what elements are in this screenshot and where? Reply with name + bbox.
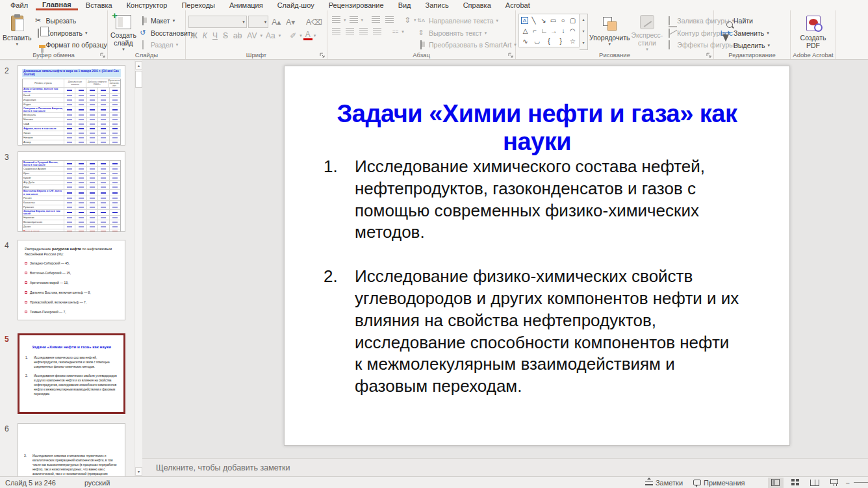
slideshow-view-button[interactable] xyxy=(826,478,842,488)
increase-indent-button[interactable] xyxy=(383,16,396,25)
paste-button[interactable]: Вставить ▾ xyxy=(3,12,32,50)
numbered-item: 2. Исследование физико-химических свойст… xyxy=(25,374,118,396)
font-dialog-launcher[interactable] xyxy=(319,52,326,58)
tab-home[interactable]: Главная xyxy=(36,0,78,10)
comments-toggle-button[interactable]: Примечания xyxy=(690,478,748,487)
font-name-combo[interactable]: ▾ xyxy=(188,16,247,28)
text-highlight-button[interactable]: ✐ xyxy=(288,31,298,40)
clear-formatting-button[interactable]: А⌫ xyxy=(304,18,324,27)
shape-right-arrow-icon[interactable]: → xyxy=(550,27,558,34)
scroll-down-button[interactable]: ▾ xyxy=(135,467,142,476)
tab-transitions[interactable]: Переходы xyxy=(175,1,222,10)
copy-button[interactable]: Копировать ▾ xyxy=(33,28,107,38)
underline-button[interactable]: Ч xyxy=(211,31,220,40)
shape-freeform-icon[interactable]: ∿ xyxy=(521,38,530,45)
shape-line-icon[interactable]: ╲ xyxy=(530,17,538,24)
slide-body-list[interactable]: 1. Исследование химического состава нефт… xyxy=(324,156,739,420)
paragraph-dialog-launcher[interactable] xyxy=(507,52,514,58)
line-spacing-button[interactable]: ⇕ xyxy=(402,16,413,25)
numbering-button[interactable] xyxy=(348,16,360,25)
thumbnail-slide-5-selected[interactable]: 5 Задачи «Химии нефти и газа» как науки … xyxy=(18,333,125,414)
font-size-combo[interactable]: ▾ xyxy=(248,16,268,28)
clipboard-dialog-launcher[interactable] xyxy=(99,52,106,58)
justify-button[interactable] xyxy=(371,27,383,36)
bold-button[interactable]: Ж xyxy=(188,31,199,40)
thumbnail-slide-6[interactable]: 6 3. Исследование химизма и механизма те… xyxy=(18,423,125,476)
notes-placeholder[interactable]: Щелкните, чтобы добавить заметки xyxy=(156,463,290,472)
align-left-button[interactable] xyxy=(330,27,342,36)
slide-canvas[interactable]: Задачи «Химии нефти и газа» как науки 1.… xyxy=(284,66,790,446)
scrollbar-thumb[interactable] xyxy=(135,71,142,88)
shape-star-icon[interactable]: ☆ xyxy=(568,38,577,45)
slide-title[interactable]: Задачи «Химии нефти и газа» как науки xyxy=(304,100,770,156)
shrink-font-button[interactable]: А▾ xyxy=(284,18,297,27)
tab-acrobat[interactable]: Acrobat xyxy=(499,1,537,10)
slide-sorter-view-button[interactable] xyxy=(787,478,803,488)
shape-elbow-connector2-icon[interactable]: ∟ xyxy=(540,27,548,34)
shape-left-brace-icon[interactable]: { xyxy=(545,38,554,45)
find-button[interactable]: Найти xyxy=(721,16,787,26)
align-right-button[interactable] xyxy=(357,27,370,36)
notes-toggle-button[interactable]: Заметки xyxy=(642,478,686,487)
character-spacing-button[interactable]: AV xyxy=(245,31,259,40)
align-center-button[interactable] xyxy=(344,27,356,36)
language-indicator[interactable]: русский xyxy=(84,479,110,487)
tab-file[interactable]: Файл xyxy=(4,1,34,10)
row-label: Абу-Даби xyxy=(23,181,64,184)
tab-review[interactable]: Рецензирование xyxy=(322,1,390,10)
tab-design[interactable]: Конструктор xyxy=(120,1,174,10)
arrange-button[interactable]: Упорядочить ▾ xyxy=(589,12,630,50)
convert-smartart-button[interactable]: Преобразовать в SmartArt ▾ xyxy=(416,40,517,50)
thumbnail-slide-2[interactable]: 2 Доказанные запасы нефти в мире на 1 ян… xyxy=(18,65,125,146)
shape-right-brace-icon[interactable]: } xyxy=(557,38,565,45)
shape-oval-icon[interactable]: ○ xyxy=(559,17,567,24)
tab-slideshow[interactable]: Слайд-шоу xyxy=(271,1,321,10)
zoom-out-button[interactable]: − xyxy=(846,479,850,487)
align-text-button[interactable]: ⇕ Выровнять текст ▾ xyxy=(416,28,517,38)
notes-pane[interactable]: Щелкните, чтобы добавить заметки xyxy=(142,458,868,476)
strikethrough-button[interactable]: S xyxy=(221,31,230,40)
tab-animations[interactable]: Анимация xyxy=(223,1,270,10)
tab-insert[interactable]: Вставка xyxy=(79,1,119,10)
drawing-dialog-launcher[interactable] xyxy=(706,52,712,58)
text-direction-button[interactable]: ⇅А Направление текста ▾ xyxy=(416,16,517,26)
shape-triangle-icon[interactable]: △ xyxy=(521,27,530,34)
create-pdf-button[interactable]: Создать PDF xyxy=(795,12,832,50)
change-case-button[interactable]: Aa xyxy=(264,31,277,40)
normal-view-button[interactable] xyxy=(768,478,784,488)
thumbnail-scrollbar[interactable]: ▴ ▾ xyxy=(134,60,142,476)
shapes-more-button[interactable]: ▾ xyxy=(580,38,587,49)
bullets-button[interactable] xyxy=(330,16,342,25)
decrease-indent-button[interactable] xyxy=(370,16,382,25)
shape-elbow-connector-icon[interactable]: ⌐ xyxy=(531,27,539,34)
columns-button[interactable]: ≡≡ xyxy=(390,29,400,35)
grow-font-button[interactable]: А▴ xyxy=(270,18,283,27)
italic-button[interactable]: К xyxy=(201,31,209,40)
thumbnail-slide-3[interactable]: 3 Ближний и Средний Восток, всего в том … xyxy=(18,151,125,232)
tab-view[interactable]: Вид xyxy=(392,1,418,10)
font-color-button[interactable]: А xyxy=(303,31,313,40)
shape-arrow-icon[interactable]: ↘ xyxy=(539,17,548,24)
new-slide-button[interactable]: Создать слайд ▾ xyxy=(110,12,136,50)
scissors-icon: ✂ xyxy=(33,16,44,25)
tab-record[interactable]: Запись xyxy=(419,1,455,10)
shape-rectangle-icon[interactable]: ▭ xyxy=(549,17,557,24)
cut-button[interactable]: ✂ Вырезать xyxy=(33,16,107,26)
format-painter-button[interactable]: Формат по образцу xyxy=(33,40,107,50)
select-button[interactable]: Выделить ▾ xyxy=(721,40,787,51)
thumbnail-slide-4[interactable]: 4 Распределение ресурсов нефти по нефтег… xyxy=(18,240,125,320)
shape-arc-icon[interactable]: ◡ xyxy=(533,38,541,45)
shape-rounded-rectangle-icon[interactable]: ▢ xyxy=(568,17,577,24)
shape-down-arrow-icon[interactable]: ↓ xyxy=(559,27,567,34)
quick-styles-button[interactable]: Экспресс-стили ▾ xyxy=(631,12,663,50)
zoom-slider[interactable] xyxy=(854,482,868,483)
shapes-scroll-down-button[interactable]: ▾ xyxy=(580,26,587,38)
shape-textbox-icon[interactable]: A xyxy=(521,17,528,24)
shapes-scroll-up-button[interactable]: ▴ xyxy=(580,14,587,26)
reading-view-button[interactable] xyxy=(807,478,823,488)
shape-block-arc-icon[interactable]: ◠ xyxy=(568,27,577,34)
scroll-up-button[interactable]: ▴ xyxy=(135,61,142,70)
tab-help[interactable]: Справка xyxy=(457,1,498,10)
strikethrough-ab-button[interactable]: ab xyxy=(231,31,244,40)
replace-button[interactable]: b⇄c Заменить ▾ xyxy=(721,28,787,38)
